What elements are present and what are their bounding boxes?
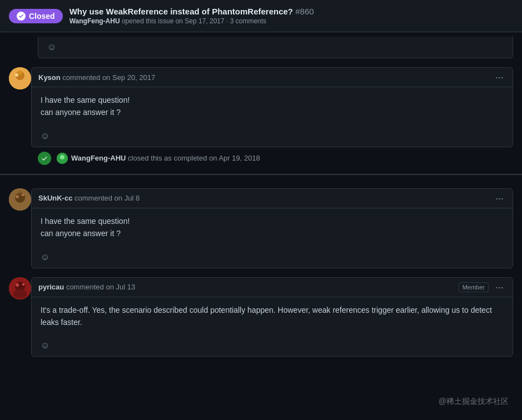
emoji-button[interactable]: ☺ [45,41,58,53]
comment-actions-kyson: ··· [493,72,506,82]
timeline-closed-event: WangFeng-AHU closed this as completed on… [0,147,522,169]
comment-actions-pyricau: Member ··· [459,282,506,292]
issue-header: Closed Why use WeakReference instead of … [0,0,522,32]
timeline-avatar-wangfeng [57,153,68,164]
svg-point-14 [13,289,27,298]
comment-author-kyson: Kyson commented on Sep 20, 2017 [38,73,155,82]
svg-point-9 [22,194,24,196]
more-options-kyson[interactable]: ··· [493,72,506,82]
closed-label: Closed [29,12,55,21]
more-options-pyricau[interactable]: ··· [493,282,506,292]
comment-author-pyricau: pyricau commented on Jul 13 [38,283,135,291]
issue-opener-link[interactable]: WangFeng-AHU [69,17,120,25]
top-comment-emoji-bar: ☺ [38,37,513,58]
comment-header-skunk: SkUnK-cc commented on Jul 8 ··· [32,189,513,208]
svg-point-10 [18,191,22,194]
comment-body-skunk: I have the same question! can anyone ans… [32,208,513,247]
top-comment-partial: ☺ [38,37,513,58]
svg-point-8 [16,195,19,198]
comment-footer-skunk: ☺ [32,247,513,268]
avatar-pyricau [9,277,31,299]
avatar-kyson [9,67,31,89]
comment-header-kyson: Kyson commented on Sep 20, 2017 ··· [32,68,513,87]
svg-point-15 [22,283,24,286]
member-badge: Member [459,282,489,292]
comment-box-kyson: Kyson commented on Sep 20, 2017 ··· I ha… [31,67,513,147]
svg-point-2 [15,73,18,77]
section-divider [0,174,522,175]
comment-body-pyricau: It's a trade-off. Yes, the scenario desc… [32,297,513,336]
check-circle-icon [17,12,26,21]
emoji-button-kyson[interactable]: ☺ [38,130,52,142]
comment-footer-kyson: ☺ [32,126,513,147]
issue-title-group: Why use WeakReference instead of Phantom… [69,7,314,25]
author-name-pyricau[interactable]: pyricau [38,283,64,291]
avatar-skunk [9,188,31,211]
comment-kyson-wrapper: Kyson commented on Sep 20, 2017 ··· I ha… [0,58,522,147]
watermark: @稀土掘金技术社区 [439,397,509,407]
comment-author-skunk: SkUnK-cc commented on Jul 8 [38,194,140,202]
svg-point-3 [18,71,22,75]
svg-point-13 [16,283,19,287]
avatar-kyson-img [9,67,31,89]
comment-header-pyricau: pyricau commented on Jul 13 Member ··· [32,278,513,297]
closed-badge: Closed [9,9,63,23]
more-options-skunk[interactable]: ··· [493,193,506,203]
comment-actions-skunk: ··· [493,193,506,203]
content-area: ☺ Kyson commented on Sep 20, 2017 [0,32,522,366]
comment-pyricau-wrapper: pyricau commented on Jul 13 Member ··· I… [0,268,522,366]
timeline-text: WangFeng-AHU closed this as completed on… [71,154,260,162]
top-comment-footer: ☺ [0,32,522,58]
issue-meta: WangFeng-AHU opened this issue on Sep 17… [69,17,314,25]
emoji-button-pyricau[interactable]: ☺ [38,339,52,352]
comment-body-kyson: I have the same question! can anyone ans… [32,87,513,126]
issue-title: Why use WeakReference instead of Phantom… [69,7,314,16]
author-name-kyson[interactable]: Kyson [38,73,61,82]
avatar-skunk-img [9,188,31,211]
timeline-actor-link[interactable]: WangFeng-AHU [71,154,126,162]
comment-footer-pyricau: ☺ [32,335,513,356]
svg-point-5 [60,155,64,159]
avatar-pyricau-img [9,277,31,299]
comment-box-skunk: SkUnK-cc commented on Jul 8 ··· I have t… [31,188,513,268]
issue-number: #860 [295,7,314,16]
comment-box-pyricau: pyricau commented on Jul 13 Member ··· I… [31,277,513,357]
timeline-check-icon [38,152,51,165]
emoji-button-skunk[interactable]: ☺ [38,251,52,263]
comment-skunk-wrapper: SkUnK-cc commented on Jul 8 ··· I have t… [0,179,522,268]
author-name-skunk[interactable]: SkUnK-cc [38,194,72,202]
